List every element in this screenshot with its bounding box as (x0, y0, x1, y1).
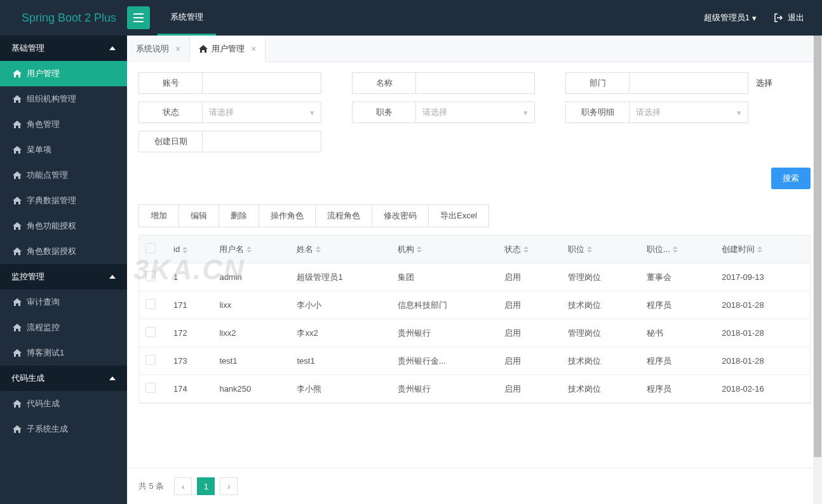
table-column-header[interactable]: 职位... (640, 235, 715, 263)
page-next-button[interactable]: › (220, 477, 238, 495)
scrollbar-track[interactable] (813, 36, 822, 504)
close-icon[interactable]: × (175, 44, 180, 54)
home-icon (13, 171, 22, 179)
hamburger-icon (133, 13, 144, 22)
logout-icon (774, 13, 784, 22)
sidebar-item[interactable]: 流程监控 (0, 315, 127, 340)
home-icon (13, 298, 22, 306)
sort-icon (757, 246, 762, 253)
name-input[interactable] (415, 72, 535, 94)
sidebar-item[interactable]: 角色功能授权 (0, 213, 127, 239)
sort-icon (523, 246, 529, 253)
home-icon (13, 95, 22, 103)
sort-icon (316, 246, 321, 253)
chevron-up-icon (109, 376, 116, 380)
account-input[interactable] (202, 72, 321, 94)
table-column-header[interactable]: 机构 (391, 235, 498, 263)
row-checkbox[interactable] (145, 327, 156, 337)
page-prev-button[interactable]: ‹ (174, 477, 192, 495)
app-logo: Spring Boot 2 Plus (0, 11, 127, 25)
search-createdate: 创建日期 (138, 131, 321, 152)
chevron-down-icon: ▾ (310, 108, 314, 117)
home-icon (13, 248, 22, 255)
sidebar-item[interactable]: 用户管理 (0, 61, 127, 86)
delete-button[interactable]: 删除 (219, 204, 259, 227)
chevron-down-icon: ▾ (737, 108, 741, 117)
home-icon (13, 146, 22, 154)
data-table: id用户名姓名机构状态职位职位...创建时间 1admin超级管理员1集团启用管… (138, 235, 811, 404)
page-tab[interactable]: 系统说明× (127, 36, 190, 62)
table-column-header[interactable]: 姓名 (290, 235, 391, 263)
status-select[interactable]: 请选择 ▾ (202, 102, 321, 123)
sidebar-item[interactable]: 代码生成 (0, 391, 127, 416)
search-job: 职务 请选择 ▾ (352, 102, 535, 123)
search-form: 账号 名称 部门 选择 状态 请选择 ▾ (138, 72, 811, 152)
table-toolbar: 增加 编辑 删除 操作角色 流程角色 修改密码 导出Excel (138, 204, 811, 227)
select-link[interactable]: 选择 (756, 77, 772, 89)
table-row[interactable]: 174hank250李小熊贵州银行启用技术岗位程序员2018-02-16 (139, 375, 810, 403)
export-button[interactable]: 导出Excel (428, 204, 489, 227)
sidebar-toggle-button[interactable] (127, 6, 150, 29)
nav-group-title[interactable]: 监控管理 (0, 264, 127, 289)
page-tab[interactable]: 用户管理× (190, 36, 266, 62)
sidebar-item[interactable]: 字典数据管理 (0, 188, 127, 213)
row-checkbox[interactable] (145, 271, 156, 281)
home-icon (13, 197, 22, 204)
app-header: Spring Boot 2 Plus 系统管理 超级管理员1 ▾ 退出 (0, 0, 822, 36)
sort-icon (587, 246, 592, 253)
oprole-button[interactable]: 操作角色 (259, 204, 316, 227)
username-label: 超级管理员1 (704, 12, 750, 23)
search-status: 状态 请选择 ▾ (138, 102, 321, 123)
home-icon (13, 425, 22, 433)
home-icon (13, 349, 22, 357)
search-dept: 部门 (565, 72, 748, 94)
sidebar-item[interactable]: 角色管理 (0, 112, 127, 137)
main-content: 系统说明×用户管理× 账号 名称 部门 选择 状态 (127, 36, 822, 504)
nav-group-title[interactable]: 代码生成 (0, 366, 127, 391)
sidebar-item[interactable]: 功能点管理 (0, 162, 127, 188)
sidebar-item[interactable]: 审计查询 (0, 289, 127, 315)
row-checkbox[interactable] (145, 383, 156, 393)
top-nav-tab[interactable]: 系统管理 (158, 0, 216, 36)
logout-button[interactable]: 退出 (774, 12, 804, 23)
edit-button[interactable]: 编辑 (179, 204, 219, 227)
home-icon (13, 70, 22, 77)
chevron-down-icon: ▾ (523, 108, 528, 117)
user-dropdown[interactable]: 超级管理员1 ▾ (704, 12, 757, 23)
select-all-checkbox[interactable] (145, 243, 156, 253)
page-number-button[interactable]: 1 (197, 477, 215, 495)
sidebar-item[interactable]: 博客测试1 (0, 340, 127, 366)
home-icon (13, 400, 22, 408)
sidebar: 基础管理用户管理组织机构管理角色管理菜单项功能点管理字典数据管理角色功能授权角色… (0, 36, 127, 504)
table-row[interactable]: 173test1test1贵州银行金...启用技术岗位程序员2018-01-28 (139, 347, 810, 375)
changepwd-button[interactable]: 修改密码 (372, 204, 429, 227)
home-icon (13, 222, 22, 230)
row-checkbox[interactable] (145, 299, 156, 309)
table-row[interactable]: 171lixx李小小信息科技部门启用技术岗位程序员2018-01-28 (139, 291, 810, 319)
jobdetail-select[interactable]: 请选择 ▾ (629, 102, 748, 123)
row-checkbox[interactable] (145, 355, 156, 365)
sidebar-item[interactable]: 子系统生成 (0, 416, 127, 442)
table-column-header[interactable]: 状态 (498, 235, 562, 263)
dept-input[interactable] (629, 72, 748, 94)
table-column-header[interactable]: 职位 (562, 235, 640, 263)
search-button[interactable]: 搜索 (771, 168, 811, 189)
add-button[interactable]: 增加 (138, 204, 179, 227)
chevron-up-icon (109, 275, 116, 279)
table-row[interactable]: 1admin超级管理员1集团启用管理岗位董事会2017-09-13 (139, 263, 810, 291)
job-select[interactable]: 请选择 ▾ (415, 102, 535, 123)
sidebar-item[interactable]: 角色数据授权 (0, 239, 127, 264)
sidebar-item[interactable]: 组织机构管理 (0, 86, 127, 112)
search-name: 名称 (352, 72, 535, 94)
createdate-input[interactable] (202, 131, 321, 152)
close-icon[interactable]: × (251, 44, 256, 54)
scrollbar-thumb[interactable] (814, 36, 821, 457)
sidebar-item[interactable]: 菜单项 (0, 137, 127, 162)
flowrole-button[interactable]: 流程角色 (315, 204, 372, 227)
table-column-header[interactable]: 创建时间 (715, 235, 810, 263)
table-column-header[interactable]: 用户名 (213, 235, 290, 263)
pagination: 共 5 条 ‹ 1 › (127, 468, 822, 504)
nav-group-title[interactable]: 基础管理 (0, 36, 127, 61)
table-row[interactable]: 172lixx2李xx2贵州银行启用管理岗位秘书2018-01-28 (139, 319, 810, 347)
table-column-header[interactable]: id (167, 235, 213, 263)
